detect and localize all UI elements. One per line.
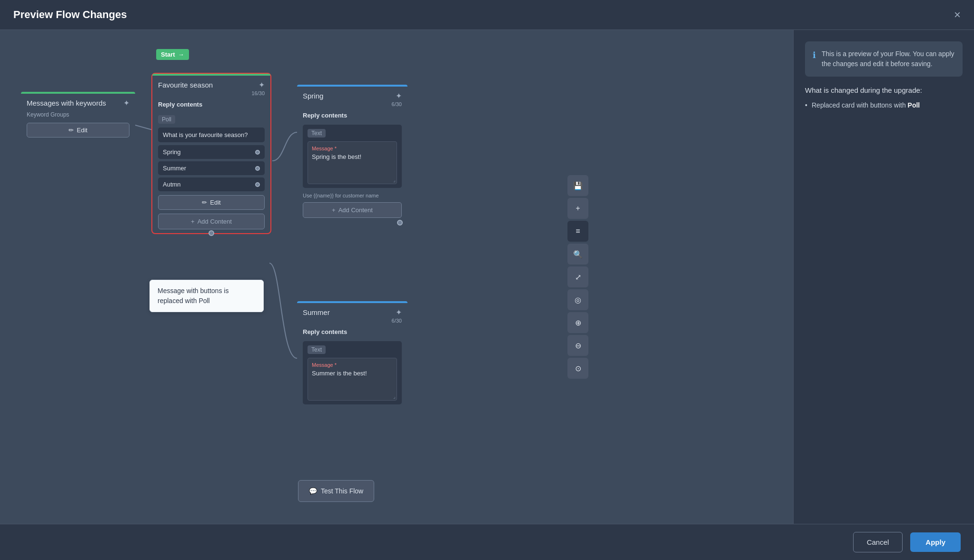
summer-message-label-text: Message [312, 362, 335, 368]
start-label: Start [161, 51, 175, 58]
poll-edit-pencil-icon: ✏ [202, 199, 207, 206]
save-tool-button[interactable]: 💾 [567, 175, 588, 196]
menu-tool-button[interactable]: ≡ [567, 221, 588, 242]
summer-node-title: Summer [303, 308, 330, 316]
change-item-0-bold: Poll [908, 101, 920, 109]
poll-section-label: Reply contents [152, 98, 270, 111]
keyword-edit-button[interactable]: ✏ Edit [27, 123, 129, 138]
poll-option-0: Spring [158, 145, 265, 159]
poll-node-count: 16/30 [152, 90, 270, 96]
poll-type-label: Poll [158, 115, 175, 124]
start-arrow: → [178, 51, 184, 58]
modal-body: Start → Messages with keywords ✦ Keyword… [0, 30, 974, 524]
summer-node-count: 6/30 [297, 318, 407, 324]
keyword-node-body: Keyword Groups ✏ Edit [21, 110, 135, 143]
summer-text-area: Text Message * Summer is the best! ⌟ [303, 341, 402, 404]
keyword-node-header: Messages with keywords ✦ [21, 94, 135, 110]
edit-pencil-icon: ✏ [69, 127, 74, 134]
search-tool-button[interactable]: 🔍 [567, 244, 588, 265]
test-flow-label: Test This Flow [321, 487, 363, 495]
whatsapp-tool-button[interactable]: ◎ [567, 289, 588, 310]
cancel-button[interactable]: Cancel [853, 532, 903, 552]
poll-body: Poll What is your favourite season? Spri… [152, 111, 270, 233]
spring-text-area: Text Message * Spring is the best! ⌟ [303, 125, 402, 188]
poll-node-title: Favourite season [158, 81, 213, 89]
apply-button[interactable]: Apply [910, 532, 961, 552]
mouse-tool-button[interactable]: ⊙ [567, 358, 588, 379]
modal-header: Preview Flow Changes × [0, 0, 974, 30]
keyword-subtitle: Keyword Groups [27, 111, 129, 118]
poll-edit-label: Edit [210, 199, 220, 206]
add-tool-button[interactable]: + [567, 198, 588, 219]
summer-drag-icon: ✦ [396, 308, 402, 317]
spring-message-text: Spring is the best! [312, 153, 393, 160]
info-icon: ℹ [813, 50, 816, 69]
poll-add-content-label: Add Content [198, 218, 232, 225]
spring-name-hint: Use {{name}} for customer name [297, 191, 407, 202]
poll-drag-icon: ✦ [258, 80, 265, 89]
spring-message-label: Message * [312, 146, 393, 151]
summer-message-label: Message * [312, 362, 393, 368]
spring-resize-handle: ⌟ [393, 177, 396, 183]
test-flow-button[interactable]: 💬 Test This Flow [298, 480, 374, 502]
spring-section-label: Reply contents [297, 109, 407, 122]
right-panel: ℹ This is a preview of your Flow. You ca… [793, 30, 974, 524]
summer-required-star: * [335, 362, 337, 368]
poll-node-header: Favourite season ✦ [152, 76, 270, 92]
summer-section-label: Reply contents [297, 325, 407, 338]
poll-tooltip-text: Message with buttons is replaced with Po… [158, 287, 229, 305]
spring-add-content-label: Add Content [338, 206, 373, 214]
spring-node: Spring ✦ 6/30 Reply contents Text Messag… [297, 85, 407, 223]
changes-list: Replaced card with buttons with Poll [805, 100, 963, 110]
poll-question: What is your favourite season? [158, 128, 265, 142]
modal: Preview Flow Changes × Start → [0, 0, 974, 560]
zoom-in-tool-button[interactable]: ⊕ [567, 312, 588, 333]
spring-node-header: Spring ✦ [297, 87, 407, 103]
poll-option-1-text: Summer [163, 165, 186, 172]
summer-node: Summer ✦ 6/30 Reply contents Text Messag… [297, 301, 407, 407]
poll-option-1-dot [255, 166, 260, 171]
svg-line-0 [135, 125, 152, 130]
poll-add-content-plus-icon: + [191, 218, 195, 225]
close-button[interactable]: × [954, 9, 961, 20]
poll-tooltip: Message with buttons is replaced with Po… [149, 280, 264, 312]
spring-required-star: * [335, 146, 337, 151]
changes-title: What is changed during the upgrade: [805, 86, 963, 94]
canvas-area: Start → Messages with keywords ✦ Keyword… [0, 30, 793, 524]
poll-option-0-dot [255, 150, 260, 155]
change-item-0: Replaced card with buttons with Poll [805, 100, 963, 110]
poll-option-2-text: Autmn [163, 181, 181, 188]
poll-option-0-text: Spring [163, 148, 181, 156]
spring-node-title: Spring [303, 92, 323, 100]
test-flow-icon: 💬 [309, 487, 317, 495]
spring-add-content-plus-icon: + [332, 206, 336, 214]
change-item-0-text: Replaced card with buttons with [812, 101, 908, 109]
spring-message-label-text: Message [312, 146, 335, 151]
share-tool-button[interactable]: ⤢ [567, 266, 588, 287]
poll-edit-button[interactable]: ✏ Edit [158, 195, 265, 210]
poll-option-1: Summer [158, 161, 265, 175]
keyword-node: Messages with keywords ✦ Keyword Groups … [21, 92, 135, 143]
spring-text-type-label: Text [308, 129, 326, 138]
summer-message-text: Summer is the best! [312, 370, 393, 377]
modal-footer: Cancel Apply [0, 524, 974, 560]
info-box: ℹ This is a preview of your Flow. You ca… [805, 41, 963, 77]
keyword-edit-label: Edit [77, 127, 87, 134]
spring-add-content-button[interactable]: + Add Content [303, 202, 402, 218]
poll-node-connector-bottom [209, 230, 214, 236]
spring-drag-icon: ✦ [396, 91, 402, 100]
summer-text-type-label: Text [308, 345, 326, 354]
zoom-out-tool-button[interactable]: ⊖ [567, 335, 588, 356]
spring-node-count: 6/30 [297, 101, 407, 107]
spring-message-field: Message * Spring is the best! ⌟ [308, 141, 397, 184]
modal-title: Preview Flow Changes [13, 9, 127, 21]
keyword-drag-icon: ✦ [123, 98, 129, 108]
poll-node: Favourite season ✦ 16/30 Reply contents … [151, 73, 271, 234]
poll-option-2: Autmn [158, 177, 265, 191]
start-badge: Start → [156, 49, 189, 60]
summer-message-field: Message * Summer is the best! ⌟ [308, 358, 397, 401]
spring-node-connector [397, 220, 403, 226]
poll-add-content-button[interactable]: + Add Content [158, 214, 265, 229]
summer-resize-handle: ⌟ [393, 394, 396, 399]
sidebar-tools: 💾 + ≡ 🔍 ⤢ ◎ ⊕ ⊖ ⊙ [567, 175, 588, 379]
